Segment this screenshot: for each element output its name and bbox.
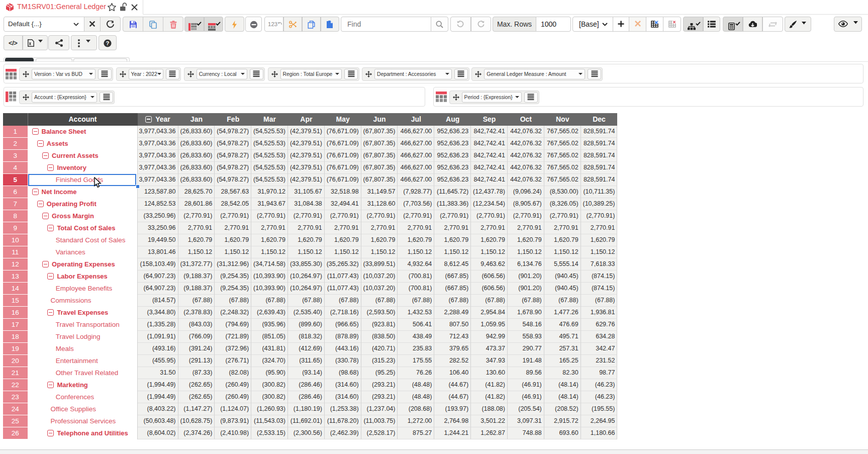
svg-text:?: ? xyxy=(106,40,109,46)
